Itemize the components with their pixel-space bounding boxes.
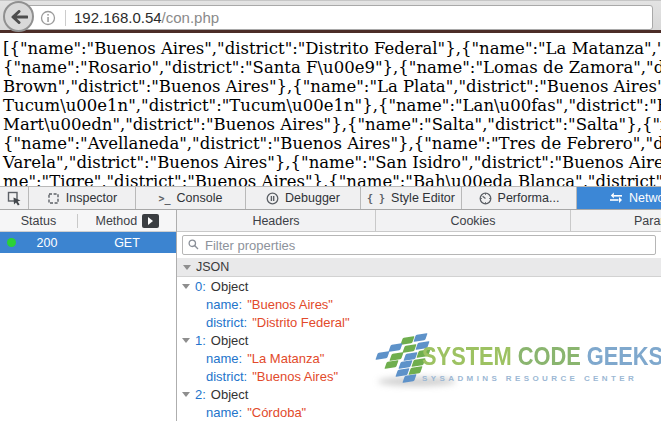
tab-network[interactable]: Network — [577, 187, 661, 209]
json-section-label: JSON — [196, 260, 229, 274]
picker-icon — [7, 191, 22, 206]
url-text[interactable]: 192.168.0.54/con.php — [74, 9, 219, 26]
detail-tabs: Headers Cookies Params — [177, 210, 661, 232]
tab-label: Debugger — [285, 191, 340, 205]
chevron-down-icon[interactable] — [182, 284, 190, 289]
json-tree: 0: Object name: "Buenos Aires" district:… — [177, 277, 661, 421]
site-info-icon[interactable] — [40, 10, 56, 26]
request-status: 200 — [16, 236, 78, 250]
property-key: name: — [206, 405, 242, 420]
property-value: "Buenos Aires" — [252, 369, 338, 384]
performance-icon — [479, 192, 492, 205]
browser-toolbar: 192.168.0.54/con.php — [0, 0, 661, 33]
tab-label: Network — [629, 191, 661, 205]
network-panel: Status Method 200 GET Headers Cookies Pa… — [0, 210, 661, 421]
json-line: Mart\u00edn","district":"Buenos Aires"},… — [3, 115, 661, 134]
tab-console[interactable]: >_ Console — [136, 187, 246, 209]
search-icon — [188, 239, 199, 250]
tab-label: Inspector — [66, 191, 117, 205]
filter-row — [177, 232, 661, 258]
console-icon: >_ — [159, 193, 171, 204]
json-line: [{"name":"Buenos Aires","district":"Dist… — [3, 39, 661, 58]
request-row[interactable]: 200 GET — [0, 232, 176, 253]
request-list: Status Method 200 GET — [0, 210, 177, 421]
tab-headers[interactable]: Headers — [177, 210, 375, 231]
property-key: name: — [206, 351, 242, 366]
tree-node-property[interactable]: name: "Córdoba" — [177, 403, 661, 421]
node-type: Object — [211, 279, 249, 294]
tab-label: Console — [177, 191, 223, 205]
column-method[interactable]: Method — [78, 214, 176, 228]
json-line: Brown","district":"Buenos Aires"},{"name… — [3, 77, 661, 96]
debugger-icon — [266, 192, 279, 205]
property-value: "Buenos Aires" — [247, 297, 333, 312]
node-index: 2: — [195, 387, 206, 402]
tree-node-object[interactable]: 1: Object — [177, 331, 661, 349]
property-value: "Córdoba" — [247, 405, 306, 420]
tab-label: Performa... — [498, 191, 560, 205]
node-type: Object — [211, 387, 249, 402]
tree-node-property[interactable]: name: "La Matanza" — [177, 349, 661, 367]
json-line: me":"Tigre","district":"Buenos Aires"},{… — [3, 172, 661, 186]
chevron-down-icon[interactable] — [182, 392, 190, 397]
property-value: "La Matanza" — [247, 351, 324, 366]
tree-node-object[interactable]: 2: Object — [177, 385, 661, 403]
url-host: 192.168.0.54 — [74, 9, 162, 26]
expand-panel-icon[interactable] — [142, 214, 159, 228]
json-line: Varela","district":"Buenos Aires"},{"nam… — [3, 153, 661, 172]
chevron-down-icon[interactable] — [183, 265, 191, 270]
column-status[interactable]: Status — [0, 214, 78, 228]
property-key: name: — [206, 297, 242, 312]
tree-node-object[interactable]: 0: Object — [177, 277, 661, 295]
url-path: /con.php — [162, 9, 220, 26]
json-line: {"name":"Avellaneda","district":"Buenos … — [3, 134, 661, 153]
tab-inspector[interactable]: Inspector — [29, 187, 136, 209]
tree-node-property[interactable]: name: "Buenos Aires" — [177, 295, 661, 313]
page-json-text: [{"name":"Buenos Aires","district":"Dist… — [0, 36, 661, 186]
json-line: {"name":"Rosario","district":"Santa F\u0… — [3, 58, 661, 77]
network-icon — [609, 192, 623, 204]
back-button[interactable] — [3, 1, 34, 32]
column-method-label: Method — [96, 214, 137, 228]
devtools-toolbar: Inspector >_ Console Debugger { } Style … — [0, 186, 661, 210]
back-arrow-icon — [10, 10, 28, 24]
json-section-header[interactable]: JSON — [177, 258, 661, 277]
tab-label: Style Editor — [391, 191, 455, 205]
tab-performance[interactable]: Performa... — [462, 187, 577, 209]
request-method: GET — [78, 236, 176, 250]
inspector-icon — [47, 192, 60, 205]
property-key: district: — [206, 369, 247, 384]
filter-properties-input[interactable] — [182, 235, 656, 255]
node-index: 1: — [195, 333, 206, 348]
status-ok-icon — [7, 238, 16, 247]
element-picker-button[interactable] — [0, 187, 29, 209]
property-key: district: — [206, 315, 247, 330]
tab-debugger[interactable]: Debugger — [246, 187, 361, 209]
node-type: Object — [211, 333, 249, 348]
url-separator — [65, 10, 66, 26]
property-value: "Distrito Federal" — [252, 315, 349, 330]
tab-cookies[interactable]: Cookies — [375, 210, 570, 231]
url-bar[interactable]: 192.168.0.54/con.php — [17, 5, 653, 30]
tab-style-editor[interactable]: { } Style Editor — [361, 187, 462, 209]
request-detail-pane: Headers Cookies Params JSON — [177, 210, 661, 421]
chevron-down-icon[interactable] — [182, 338, 190, 343]
tab-params[interactable]: Params — [570, 210, 661, 231]
browser-window: 192.168.0.54/con.php [{"name":"Buenos Ai… — [0, 0, 661, 421]
style-editor-icon: { } — [367, 193, 385, 204]
request-list-header: Status Method — [0, 210, 176, 232]
tree-node-property[interactable]: district: "Distrito Federal" — [177, 313, 661, 331]
node-index: 0: — [195, 279, 206, 294]
tree-node-property[interactable]: district: "Buenos Aires" — [177, 367, 661, 385]
json-line: Tucum\u00e1n","district":"Tucum\u00e1n"}… — [3, 96, 661, 115]
